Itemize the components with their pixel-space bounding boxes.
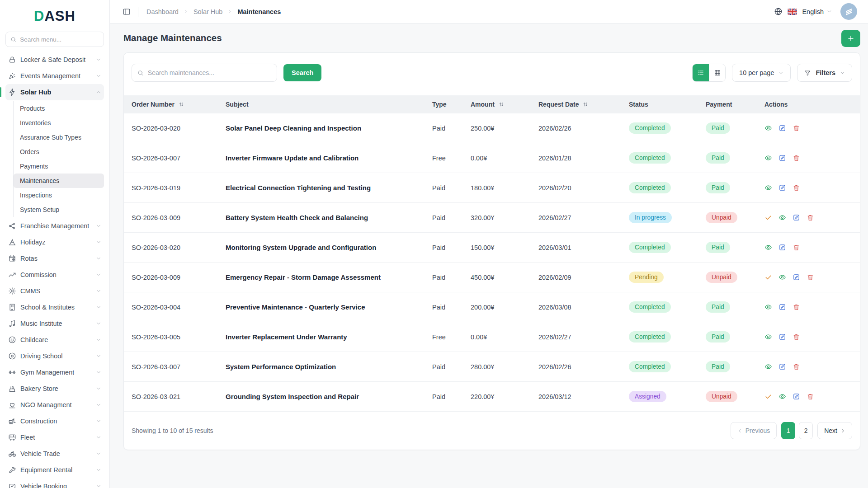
- sidebar-item-school-institutes[interactable]: School & Institutes: [5, 299, 104, 315]
- delete-button[interactable]: [793, 363, 800, 371]
- sidebar-subitem-payments[interactable]: Payments: [14, 159, 104, 174]
- edit-button[interactable]: [793, 393, 800, 400]
- breadcrumb-item-maintenances[interactable]: Maintenances: [237, 8, 281, 15]
- breadcrumb-item-dashboard[interactable]: Dashboard: [146, 8, 179, 15]
- sidebar-subitem-system-setup[interactable]: System Setup: [14, 202, 104, 217]
- view-button[interactable]: [778, 214, 786, 221]
- sidebar-search[interactable]: [5, 32, 104, 47]
- chevron-down-icon: [96, 435, 101, 440]
- sidebar-item-cmms[interactable]: CMMS: [5, 283, 104, 299]
- sidebar-search-input[interactable]: [20, 36, 99, 43]
- view-button[interactable]: [764, 184, 772, 192]
- page-2-button[interactable]: 2: [799, 422, 813, 439]
- sidebar-item-vehicle-booking[interactable]: Vehicle Booking: [5, 478, 104, 488]
- user-avatar[interactable]: [840, 3, 857, 20]
- column-header-amount[interactable]: Amount: [463, 101, 531, 108]
- sidebar-item-events-management[interactable]: Events Management: [5, 68, 104, 84]
- check-icon: [764, 273, 772, 281]
- edit-button[interactable]: [778, 333, 786, 341]
- approve-button[interactable]: [764, 273, 772, 281]
- view-button[interactable]: [764, 244, 772, 251]
- status-badge: Completed: [629, 361, 671, 373]
- view-button[interactable]: [778, 393, 786, 400]
- sidebar-item-rotas[interactable]: Rotas: [5, 250, 104, 267]
- delete-button[interactable]: [793, 244, 800, 251]
- per-page-select[interactable]: 10 per page: [732, 64, 791, 82]
- edit-button[interactable]: [778, 363, 786, 371]
- cell-actions: [757, 333, 860, 341]
- edit-button[interactable]: [778, 154, 786, 162]
- maintenance-search[interactable]: [132, 64, 277, 82]
- delete-button[interactable]: [807, 393, 814, 400]
- delete-button[interactable]: [793, 154, 800, 162]
- view-button[interactable]: [778, 273, 786, 281]
- sidebar-item-equipment-rental[interactable]: Equipment Rental: [5, 462, 104, 478]
- sidebar-subitem-assurance-sub-types[interactable]: Assurance Sub Types: [14, 130, 104, 145]
- column-header-request-date[interactable]: Request Date: [531, 101, 621, 108]
- cake-icon: [8, 385, 16, 393]
- sidebar-subitem-maintenances[interactable]: Maintenances: [14, 174, 104, 188]
- approve-button[interactable]: [764, 393, 772, 400]
- view-button[interactable]: [764, 124, 772, 132]
- sidebar-subitem-inventories[interactable]: Inventories: [14, 116, 104, 130]
- edit-button[interactable]: [778, 184, 786, 192]
- delete-button[interactable]: [793, 184, 800, 192]
- breadcrumb-item-solar-hub[interactable]: Solar Hub: [193, 8, 222, 15]
- list-view-button[interactable]: [693, 64, 709, 81]
- sidebar-subitem-label: Inventories: [20, 119, 51, 127]
- grid-view-button[interactable]: [709, 64, 725, 81]
- cell-subject: Monitoring System Upgrade and Configurat…: [218, 244, 425, 251]
- table-row: SO-2026-03-007System Performance Optimiz…: [124, 352, 860, 382]
- sidebar-subitem-inspections[interactable]: Inspections: [14, 188, 104, 202]
- edit-button[interactable]: [793, 214, 800, 221]
- next-page-button[interactable]: Next: [817, 422, 852, 439]
- sidebar-item-gym-management[interactable]: Gym Management: [5, 364, 104, 380]
- sidebar-item-locker-safe-deposit[interactable]: Locker & Safe Deposit: [5, 52, 104, 68]
- language-selector[interactable]: English: [802, 8, 832, 15]
- sidebar-item-solar-hub[interactable]: Solar Hub: [5, 84, 104, 100]
- trash-icon: [793, 333, 800, 341]
- view-button[interactable]: [764, 333, 772, 341]
- maintenance-search-input[interactable]: [148, 69, 271, 76]
- sidebar-item-ngo-managment[interactable]: NGO Managment: [5, 397, 104, 413]
- view-button[interactable]: [764, 154, 772, 162]
- sidebar-item-commission[interactable]: Commission: [5, 267, 104, 283]
- view-button[interactable]: [764, 303, 772, 311]
- sidebar-item-fleet[interactable]: Fleet: [5, 429, 104, 446]
- delete-button[interactable]: [807, 214, 814, 221]
- chevron-right-icon: [227, 9, 232, 14]
- sidebar-item-childcare[interactable]: Childcare: [5, 332, 104, 348]
- page-1-button[interactable]: 1: [781, 422, 795, 439]
- search-button[interactable]: Search: [283, 64, 321, 81]
- sidebar-item-construction[interactable]: Construction: [5, 413, 104, 429]
- approve-button[interactable]: [764, 214, 772, 221]
- add-maintenance-button[interactable]: [841, 30, 860, 47]
- chevron-down-icon: [96, 57, 101, 62]
- delete-button[interactable]: [793, 124, 800, 132]
- edit-button[interactable]: [778, 244, 786, 251]
- sort-icon: [498, 101, 505, 108]
- cell-subject: Solar Panel Deep Cleaning and Inspection: [218, 124, 425, 132]
- delete-button[interactable]: [793, 333, 800, 341]
- sidebar-item-driving-school[interactable]: Driving School: [5, 348, 104, 364]
- edit-button[interactable]: [793, 273, 800, 281]
- sidebar-item-bakery-store[interactable]: Bakery Store: [5, 380, 104, 397]
- payment-badge: Paid: [706, 182, 730, 194]
- sidebar-item-vehicle-trade[interactable]: Vehicle Trade: [5, 446, 104, 462]
- status-badge: Assigned: [629, 391, 666, 403]
- sidebar-subitem-orders[interactable]: Orders: [14, 145, 104, 159]
- view-button[interactable]: [764, 363, 772, 371]
- sidebar-subitem-products[interactable]: Products: [14, 101, 104, 116]
- previous-page-button[interactable]: Previous: [731, 422, 777, 439]
- cell-date: 2026/02/27: [531, 333, 621, 341]
- sidebar-toggle-button[interactable]: [123, 8, 131, 16]
- sidebar-item-holidayz[interactable]: Holidayz: [5, 234, 104, 250]
- edit-button[interactable]: [778, 303, 786, 311]
- sidebar-item-music-institute[interactable]: Music Institute: [5, 315, 104, 332]
- filters-button[interactable]: Filters: [797, 64, 852, 82]
- column-header-order-number[interactable]: Order Number: [124, 101, 218, 108]
- delete-button[interactable]: [793, 303, 800, 311]
- edit-button[interactable]: [778, 124, 786, 132]
- sidebar-item-franchise-management[interactable]: Franchise Management: [5, 218, 104, 234]
- delete-button[interactable]: [807, 273, 814, 281]
